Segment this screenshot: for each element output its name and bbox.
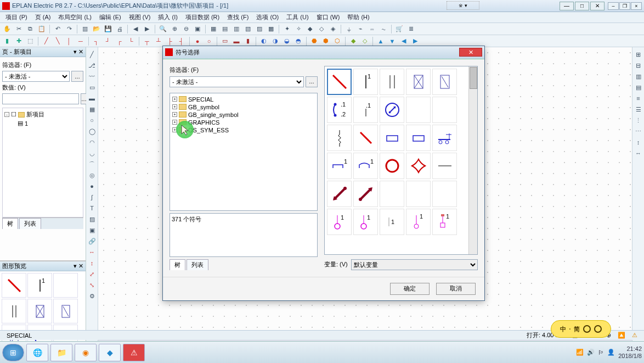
extra-indicator[interactable]: ※ ▾ <box>447 1 479 10</box>
filter-more-button[interactable]: … <box>71 71 83 82</box>
arc1-icon[interactable]: ◠ <box>87 137 97 147</box>
symbol-grid[interactable]: 1 .1.2 .1 1 1 <box>325 66 477 237</box>
new-icon[interactable]: ▥ <box>80 24 90 34</box>
o3-icon[interactable]: ⬡ <box>332 36 342 46</box>
rtool1-icon[interactable]: ⊞ <box>634 49 643 59</box>
expand-icon[interactable]: + <box>172 112 177 117</box>
dialog-tab-list[interactable]: 列表 <box>187 259 208 270</box>
polyline-icon[interactable]: ⎇ <box>87 60 97 70</box>
variant-select[interactable]: 默认变量 <box>351 259 478 270</box>
menu-projectdata[interactable]: 项目数据 (R) <box>182 12 223 23</box>
symbol-cell[interactable]: .1.2 <box>327 97 352 123</box>
open-icon[interactable]: 📂 <box>92 24 101 34</box>
zoom-in-icon[interactable]: ⊕ <box>170 24 179 34</box>
symbol-cell[interactable] <box>406 181 431 207</box>
paste-icon[interactable]: 📋 <box>37 24 47 34</box>
r3-icon[interactable]: ▮ <box>243 36 253 46</box>
symbol-cell[interactable] <box>327 181 352 207</box>
menu-tools[interactable]: 工具 (U) <box>283 12 312 23</box>
zoom-out-icon[interactable]: ⊖ <box>181 24 191 34</box>
mdi-restore[interactable]: ❐ <box>619 2 630 10</box>
wire3-icon[interactable]: │ <box>64 36 74 46</box>
symbol-cell[interactable] <box>432 153 457 179</box>
panel-close-icon[interactable]: ▾ ✕ <box>74 48 83 55</box>
misc4-icon[interactable]: ◇ <box>317 24 326 34</box>
undo-icon[interactable]: ↶ <box>53 24 63 34</box>
cart-icon[interactable]: 🛒 <box>394 24 404 34</box>
status-a-icon[interactable]: 🔼 <box>618 332 625 339</box>
symbol-cell[interactable] <box>406 125 431 151</box>
rtool8-icon[interactable]: ⋯ <box>634 126 643 136</box>
menu-help[interactable]: 帮助 (H) <box>344 12 372 23</box>
rtool9-icon[interactable]: ↕ <box>634 137 643 147</box>
rtool2-icon[interactable]: ⊟ <box>634 60 643 70</box>
mdi-minimize[interactable]: – <box>608 2 619 10</box>
dot2-icon[interactable]: ○ <box>204 36 214 46</box>
grid6-icon[interactable]: ▩ <box>266 24 276 34</box>
r1-icon[interactable]: ▭ <box>220 36 230 46</box>
menu-project[interactable]: 项目 (P) <box>2 12 31 23</box>
mdi-close[interactable]: × <box>631 2 642 10</box>
symbol-cell[interactable]: 1 <box>353 153 378 179</box>
c3-icon[interactable]: ◒ <box>282 36 292 46</box>
tree-item-graphics[interactable]: GRAPHICS <box>188 119 219 126</box>
symbol-cell[interactable] <box>380 125 404 151</box>
elec4-icon[interactable]: ⏦ <box>379 24 388 34</box>
symbol-cell[interactable] <box>380 69 404 95</box>
link-icon[interactable]: 🔗 <box>87 236 97 246</box>
preview-cell[interactable] <box>2 273 26 298</box>
preview-cell[interactable] <box>27 299 52 323</box>
maximize-button[interactable]: □ <box>575 2 589 10</box>
rtool7-icon[interactable]: ⋮ <box>634 115 643 125</box>
task-app2[interactable]: ◆ <box>99 344 121 361</box>
symbol-cell[interactable]: 1 <box>406 209 431 235</box>
symbol-cell[interactable] <box>327 69 352 95</box>
copy-icon[interactable]: ⧉ <box>25 24 35 34</box>
misc3-icon[interactable]: ◆ <box>305 24 315 34</box>
grab-icon[interactable]: ✋ <box>2 24 12 34</box>
sym3-icon[interactable]: ⬚ <box>25 36 35 46</box>
save-icon[interactable]: 💾 <box>103 24 113 34</box>
circle-icon[interactable]: ◯ <box>87 126 97 136</box>
symbol-cell[interactable]: 1 <box>327 153 352 179</box>
symbol-cell[interactable] <box>432 69 457 95</box>
minimize-button[interactable]: — <box>560 2 574 10</box>
task-eplan[interactable]: ⚠ <box>123 344 145 361</box>
menu-window[interactable]: 窗口 (W) <box>313 12 343 23</box>
symbol-cell[interactable] <box>406 97 431 123</box>
print-icon[interactable]: 🖨 <box>115 24 125 34</box>
symbol-cell[interactable] <box>432 125 457 151</box>
symbol-cell[interactable] <box>432 181 457 207</box>
dialog-tree[interactable]: +SPECIAL +GB_symbol +GB_single_symbol +G… <box>170 93 318 211</box>
grid4-icon[interactable]: ▧ <box>243 24 253 34</box>
cancel-button[interactable]: 取消 <box>436 283 476 295</box>
page-tree[interactable]: - ☐ 新项目 ▤ 1 <box>2 108 83 217</box>
symbol-cell[interactable]: 1 <box>353 209 378 235</box>
zoom-window-icon[interactable]: 🔍 <box>158 24 168 34</box>
o1-icon[interactable]: ⬣ <box>309 36 319 46</box>
c1-icon[interactable]: ◐ <box>259 36 269 46</box>
expand-icon[interactable]: + <box>172 104 177 109</box>
rtool5-icon[interactable]: ≡ <box>634 93 643 103</box>
expand-icon[interactable]: + <box>172 97 177 102</box>
dim1-icon[interactable]: ↔ <box>87 247 97 257</box>
text-icon[interactable]: T <box>87 203 97 213</box>
close-button[interactable]: ✕ <box>590 2 605 10</box>
conn2-icon[interactable]: ┘ <box>103 36 113 46</box>
rect-icon[interactable]: ▭ <box>87 82 97 92</box>
spline-icon[interactable]: ∫ <box>87 192 97 202</box>
sym2-icon[interactable]: ✚ <box>14 36 24 46</box>
symbol-cell[interactable] <box>406 69 431 95</box>
ime-widget[interactable]: 中 · 简 <box>551 320 611 338</box>
rtool10-icon[interactable]: ↔ <box>634 148 643 158</box>
symbol-cell[interactable] <box>380 181 404 207</box>
misc2-icon[interactable]: ✧ <box>293 24 303 34</box>
dialog-tab-tree[interactable]: 树 <box>170 259 185 270</box>
symbol-cell[interactable]: 1 <box>327 209 352 235</box>
preview-cell[interactable] <box>53 299 78 323</box>
tree-root-label[interactable]: 新项目 <box>26 110 44 119</box>
cut-icon[interactable]: ✂ <box>14 24 24 34</box>
task-explorer[interactable]: 📁 <box>50 344 72 361</box>
p1-icon[interactable]: ◆ <box>348 36 358 46</box>
c4-icon[interactable]: ◓ <box>293 36 303 46</box>
